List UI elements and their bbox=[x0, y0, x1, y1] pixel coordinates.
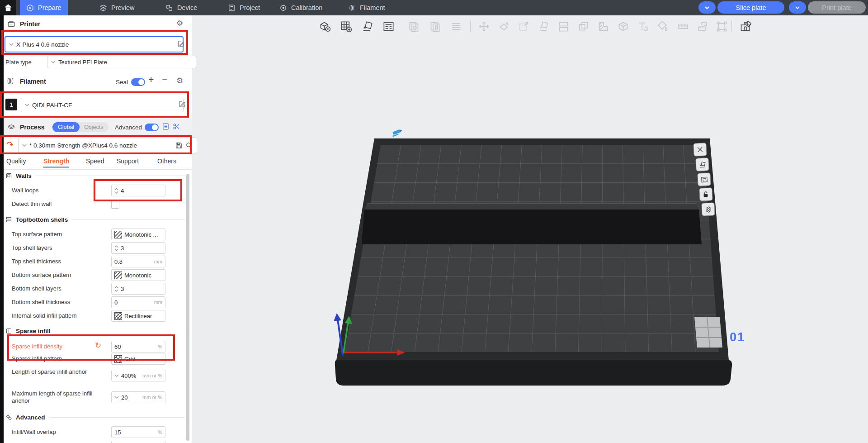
arrange-plate-button[interactable] bbox=[697, 172, 711, 186]
object-bar-top bbox=[364, 204, 699, 210]
plate-number-label: 01 bbox=[730, 330, 745, 344]
delete-plate-button[interactable] bbox=[693, 143, 707, 156]
orient-plate-button[interactable] bbox=[695, 157, 709, 171]
plate-settings-button[interactable] bbox=[701, 202, 715, 216]
build-plate-scene[interactable] bbox=[0, 0, 868, 443]
annotation-box-process-preset bbox=[0, 135, 192, 154]
annotation-box-printer-preset bbox=[1, 30, 188, 55]
edit-plate-name-icon bbox=[391, 129, 403, 137]
qidi-studio-window: Prepare Preview Device Project Calibrati… bbox=[0, 0, 868, 443]
annotation-box-wall-loops bbox=[94, 179, 182, 201]
plate-skirt bbox=[335, 360, 732, 386]
object-bar-front bbox=[362, 210, 702, 244]
annotation-box-sparse-infill-density bbox=[7, 334, 175, 361]
plate-surface bbox=[344, 145, 719, 352]
lock-plate-button[interactable] bbox=[699, 187, 712, 201]
annotation-box-filament-preset bbox=[0, 91, 189, 118]
